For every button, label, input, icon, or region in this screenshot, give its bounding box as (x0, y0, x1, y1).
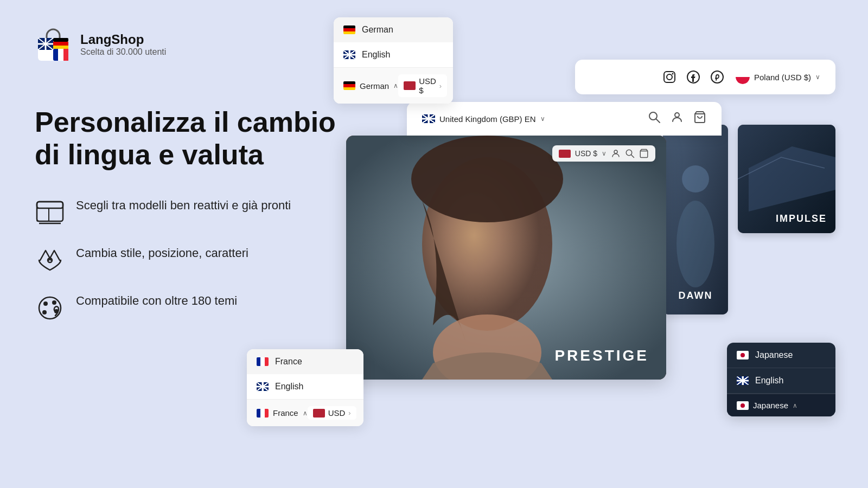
brand-tagline: Scelta di 30.000 utenti (80, 47, 166, 57)
english-flag-fr (257, 382, 269, 391)
user-icon[interactable] (671, 111, 684, 127)
main-headline: Personalizza il cambio di lingua e valut… (35, 106, 349, 171)
footer-currency[interactable]: USD $ › (398, 74, 447, 97)
svg-rect-14 (37, 208, 49, 221)
footer-japanese-flag (737, 401, 749, 410)
svg-point-26 (711, 71, 723, 83)
dropdown-item-german[interactable]: German (334, 17, 453, 42)
svg-rect-9 (53, 38, 68, 42)
svg-rect-13 (37, 202, 63, 208)
english-flag-jp (737, 376, 749, 385)
svg-rect-11 (53, 46, 68, 49)
footer-france-text: France (273, 408, 298, 418)
english-label: English (362, 50, 390, 60)
us-flag (559, 150, 571, 158)
dropdown-item-english[interactable]: English (334, 42, 453, 67)
language-dropdown-french[interactable]: France English France ∧ USD › (247, 349, 363, 426)
cart-icon[interactable] (693, 111, 706, 127)
dropdown-footer[interactable]: German ∧ USD $ › (334, 67, 453, 104)
chevron-down-icon: ∨ (815, 73, 820, 81)
logo-icon (35, 26, 72, 63)
chevron-down-icon: ∨ (540, 115, 545, 123)
japanese-label: Japanese (755, 350, 793, 360)
uk-nav-icons (648, 111, 706, 127)
impulse-product-card: IMPULSE (738, 125, 835, 233)
instagram-icon[interactable] (662, 69, 677, 85)
footer-japanese-text: Japanese (753, 401, 788, 410)
french-dropdown-footer[interactable]: France ∧ USD › (247, 399, 363, 426)
dropdown-item-english-jp[interactable]: English (727, 368, 835, 394)
arrow-right-icon: › (348, 409, 350, 417)
search-icon[interactable] (648, 111, 661, 127)
palette-icon (35, 293, 65, 323)
language-dropdown-japanese[interactable]: Japanese English Japanese ∧ (727, 343, 835, 416)
feature-item: Cambia stile, posizione, caratteri (35, 245, 349, 275)
polish-store-header: Poland (USD $) ∨ (575, 60, 835, 94)
dropdown-item-france[interactable]: France (247, 349, 363, 374)
svg-point-23 (667, 74, 672, 80)
footer-usd-currency[interactable]: USD › (308, 406, 356, 420)
footer-german-flag (343, 81, 355, 90)
uk-store-header: United Kingdom (GBP) EN ∨ (407, 102, 722, 136)
svg-point-18 (43, 301, 48, 306)
style-icon (35, 245, 65, 275)
svg-point-16 (48, 258, 52, 262)
svg-point-40 (682, 165, 709, 192)
feature-text-3: Compatibile con oltre 180 temi (76, 293, 237, 310)
svg-point-41 (676, 201, 714, 287)
usd-label: USD $ (575, 149, 597, 158)
svg-line-37 (631, 155, 634, 157)
arrow-right-icon: › (439, 82, 442, 90)
footer-language[interactable]: German ∧ (343, 81, 398, 91)
footer-japanese-lang[interactable]: Japanese ∧ (737, 401, 797, 410)
user-icon[interactable] (611, 149, 621, 158)
svg-rect-8 (63, 49, 68, 61)
german-flag (343, 25, 355, 34)
uk-region-selector[interactable]: United Kingdom (GBP) EN ∨ (422, 114, 545, 124)
svg-rect-12 (37, 202, 63, 221)
poland-flag-circle (736, 70, 750, 84)
pinterest-icon[interactable] (710, 69, 725, 85)
template-icon (35, 197, 65, 228)
feature-text-1: Scegli tra modelli ben reattivi e già pr… (76, 197, 291, 214)
usd-flag-fr (313, 409, 325, 418)
svg-point-24 (672, 73, 673, 75)
features-list: Scegli tra modelli ben reattivi e già pr… (35, 197, 349, 323)
social-icons (662, 69, 725, 85)
language-dropdown-top[interactable]: German English German ∧ USD $ › (334, 17, 453, 104)
french-flag (257, 357, 269, 366)
search-icon[interactable] (625, 149, 635, 158)
dawn-product-card: DAWN (663, 125, 728, 314)
german-label: German (362, 25, 393, 35)
feature-text-2: Cambia stile, posizione, caratteri (76, 245, 248, 262)
cart-icon[interactable] (639, 149, 649, 158)
english-flag (343, 50, 355, 59)
svg-point-19 (52, 300, 56, 305)
feature-item: Compatibile con oltre 180 temi (35, 293, 349, 323)
japanese-flag (737, 351, 749, 359)
svg-point-17 (39, 297, 61, 319)
svg-point-21 (42, 310, 47, 314)
svg-rect-7 (58, 49, 63, 61)
svg-point-33 (411, 136, 563, 222)
footer-french-lang[interactable]: France ∧ (257, 408, 308, 418)
chevron-icon: ∧ (793, 402, 797, 409)
dropdown-item-japanese[interactable]: Japanese (727, 343, 835, 368)
logo-area: LangShop Scelta di 30.000 utenti (35, 26, 349, 63)
english-label-jp: English (755, 376, 783, 386)
japanese-dropdown-footer[interactable]: Japanese ∧ (727, 394, 835, 416)
country-selector[interactable]: Poland (USD $) ∨ (736, 70, 820, 84)
dropdown-item-english-fr[interactable]: English (247, 374, 363, 399)
feature-item: Scegli tra modelli ben reattivi e già pr… (35, 197, 349, 228)
dawn-label: DAWN (663, 290, 728, 301)
footer-german-text: German (360, 81, 389, 91)
chevron-icon: ∧ (393, 82, 398, 89)
usd-currency-selector[interactable]: USD $ ∨ (552, 145, 655, 162)
facebook-icon[interactable] (686, 69, 701, 85)
prestige-label: PRESTIGE (554, 347, 649, 364)
chevron-down-icon: ∨ (602, 150, 607, 157)
english-label-fr: English (275, 382, 303, 391)
usd-flag (404, 81, 416, 90)
uk-region-label: United Kingdom (GBP) EN (439, 114, 536, 124)
uk-flag (422, 114, 435, 123)
